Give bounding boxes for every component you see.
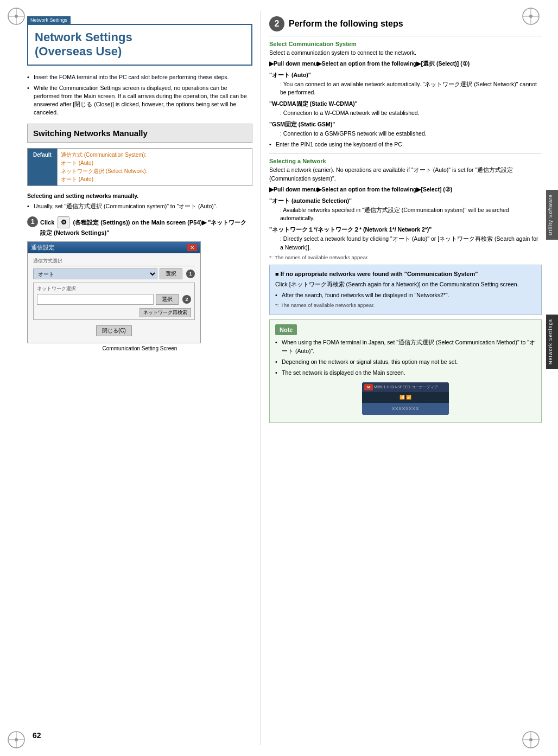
- corner-top-left: [5, 5, 27, 27]
- switching-box-title: Switching Networks Manually: [33, 129, 246, 138]
- dialog-title: 通信設定: [31, 244, 55, 252]
- dialog-btn-search[interactable]: ネットワーク再検索: [140, 308, 191, 317]
- dialog-row-2: 選択 2: [37, 294, 191, 305]
- comm-screen-caption: Communication Setting Screen: [27, 345, 252, 351]
- svg-point-11: [15, 738, 18, 741]
- network-settings-title: Network Settings (Overseas Use): [35, 30, 245, 59]
- network-asterisk: The names of available networks appear.: [269, 254, 542, 260]
- auto-desc-2: : Available networks specified in "通信方式設…: [269, 206, 542, 223]
- pin-bullet: Enter the PIN1 code using the keyboard o…: [269, 140, 542, 149]
- dialog-input-2[interactable]: [37, 294, 154, 305]
- default-table: Default 通信方式 (Communication System): オート…: [27, 148, 252, 186]
- step-1-number: 1: [27, 216, 38, 227]
- phone-status: 📶 📶: [362, 392, 449, 403]
- phone-network-bar: XXXXXXXX: [362, 403, 449, 415]
- network-settings-header-label: Network Settings: [27, 16, 71, 24]
- selecting-network-instruction: ▶Pull down menu▶Select an option from th…: [269, 185, 542, 194]
- dialog-select-1[interactable]: オート: [33, 268, 157, 279]
- dialog-close-button[interactable]: ✕: [187, 244, 197, 251]
- dialog-section2-label: ネットワーク選択: [37, 285, 191, 292]
- info-box-body: Click [ネットワーク再検索 (Search again for a Net…: [275, 280, 536, 289]
- phone-logo: M: [364, 384, 373, 390]
- network-settings-title-box: Network Settings (Overseas Use): [27, 24, 252, 66]
- gsm-desc: : Connection to a GSM/GPRS network will …: [269, 130, 542, 138]
- divider-1: [269, 36, 542, 36]
- badge-2: 2: [182, 295, 191, 304]
- select-comm-instruction: ▶Pull down menu▶Select an option from th…: [269, 60, 542, 68]
- side-tab-utility: Utility Software: [546, 190, 558, 240]
- dialog-body: 通信方式選択 オート 選択 1 ネットワーク選択 選択: [28, 253, 200, 343]
- phone-model: M3501 HIGH-SPEED コーナーディア: [374, 385, 438, 390]
- svg-point-15: [529, 738, 532, 741]
- page-number: 62: [33, 731, 41, 740]
- note-bullet-2: Depending on the network or signal statu…: [275, 358, 536, 367]
- network-term: "ネットワーク１*/ネットワーク２* (Network 1*/ Network …: [269, 226, 542, 234]
- step-2-header: 2 Perform the following steps: [269, 16, 542, 31]
- svg-point-7: [529, 15, 532, 18]
- note-bullet-1: When using the FOMA terminal in Japan, s…: [275, 338, 536, 356]
- step-1-text: 1 Click ⚙ (各種設定 (Settings)) on the Main …: [27, 216, 252, 238]
- dialog-row-1: オート 選択 1: [33, 268, 195, 279]
- badge-1: 1: [186, 270, 195, 278]
- note-header: Note: [275, 324, 297, 336]
- default-label: Default: [28, 149, 58, 186]
- wcdma-desc: : Connection to a W-CDMA network will be…: [269, 109, 542, 118]
- info-box: ■ If no appropriate networks were found …: [269, 265, 542, 315]
- selecting-network-body: Select a network (carrier). No operation…: [269, 166, 542, 183]
- dialog-close-dialog-btn[interactable]: 閉じる(C): [96, 325, 132, 336]
- corner-bottom-left: [5, 729, 27, 751]
- dialog-network-section: ネットワーク選択 選択 2 ネットワーク再検索: [33, 283, 195, 320]
- phone-screenshot: M M3501 HIGH-SPEED コーナーディア 📶 📶 XXXXXXXX: [362, 382, 449, 415]
- network-desc: : Directly select a network found by cli…: [269, 235, 542, 252]
- select-comm-body: Select a communication system to connect…: [269, 49, 542, 57]
- left-column: Network Settings Network Settings (Overs…: [11, 11, 261, 745]
- dialog-btn-select-1[interactable]: 選択: [160, 268, 182, 279]
- corner-top-right: [520, 5, 542, 27]
- divider-2: [269, 153, 542, 153]
- auto-term-2: "オート (automatic Selection)": [269, 197, 542, 205]
- left-bullet-1: Insert the FOMA terminal into the PC car…: [27, 73, 252, 81]
- side-tab-network: Network Settings: [546, 315, 558, 369]
- dialog-footer: 閉じる(C): [33, 323, 195, 338]
- auto-desc-1: : You can connect to an available networ…: [269, 80, 542, 98]
- settings-icon: ⚙: [58, 216, 69, 228]
- info-box-asterisk: The names of available networks appear.: [275, 302, 536, 309]
- switching-box: Switching Networks Manually: [27, 124, 252, 143]
- auto-term-1: "オート (Auto)": [269, 72, 542, 79]
- selecting-text: Selecting and setting networks manually.: [27, 193, 252, 199]
- note-bullet-3: The set network is displayed on the Main…: [275, 369, 536, 377]
- note-box: Note When using the FOMA terminal in Jap…: [269, 319, 542, 424]
- default-content: 通信方式 (Communication System): オート (Auto) …: [58, 149, 252, 186]
- info-box-title: ■ If no appropriate networks were found …: [275, 270, 536, 279]
- selecting-network-heading: Selecting a Network: [269, 158, 542, 164]
- step-1-container: 1 Click ⚙ (各種設定 (Settings)) on the Main …: [27, 216, 252, 352]
- dialog-section1-label: 通信方式選択: [33, 258, 195, 266]
- step-2-title: Perform the following steps: [289, 19, 403, 29]
- gsm-term: "GSM固定 (Static GSM)": [269, 121, 542, 129]
- dialog-btn-select-2[interactable]: 選択: [156, 294, 179, 305]
- step-2-number: 2: [269, 16, 284, 31]
- wcdma-term: "W-CDMA固定 (Static W-CDMA)": [269, 100, 542, 108]
- phone-screenshot-wrapper: M M3501 HIGH-SPEED コーナーディア 📶 📶 XXXXXXXX: [275, 379, 536, 418]
- svg-point-3: [15, 15, 18, 18]
- right-column: 2 Perform the following steps Select Com…: [261, 11, 558, 745]
- corner-bottom-right: [520, 729, 542, 751]
- left-bullet-2: While the Communication Settings screen …: [27, 84, 252, 116]
- phone-top-bar: M M3501 HIGH-SPEED コーナーディア: [362, 382, 449, 392]
- selecting-bullet: Usually, set "通信方式選択 (Communication syst…: [27, 202, 252, 211]
- dialog-container: 通信設定 ✕ 通信方式選択 オート 選択 1 ネットワーク選: [27, 241, 201, 343]
- info-box-bullet1: After the search, found networks will be…: [275, 291, 536, 300]
- select-comm-heading: Select Communication System: [269, 41, 542, 47]
- dialog-titlebar: 通信設定 ✕: [28, 242, 200, 253]
- left-bullets: Insert the FOMA terminal into the PC car…: [27, 73, 252, 116]
